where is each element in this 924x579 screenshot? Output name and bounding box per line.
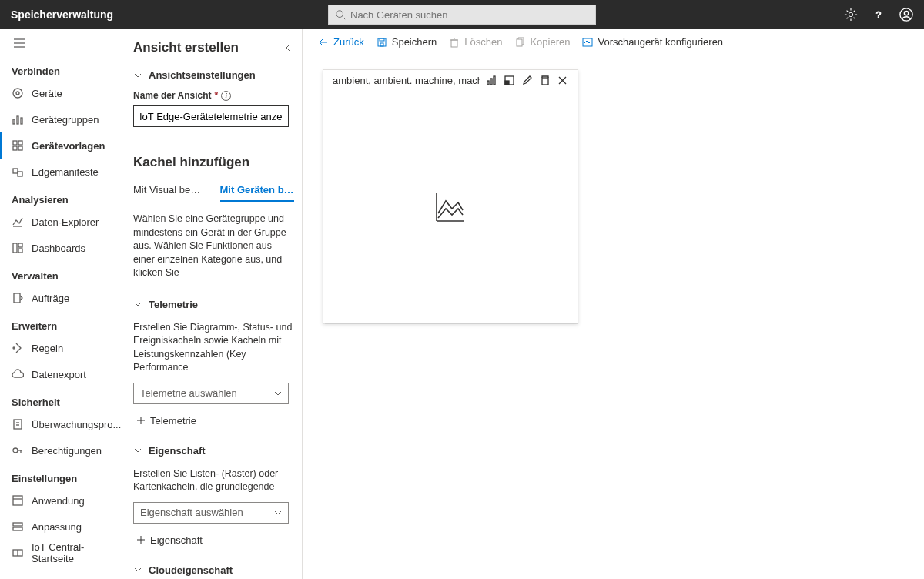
svg-point-30 (13, 448, 18, 453)
add-telemetry-label: Telemetrie (150, 415, 196, 427)
nav-rules[interactable]: Regeln (0, 335, 122, 361)
nav-explorer[interactable]: Daten-Explorer (0, 209, 122, 235)
tab-visual[interactable]: Mit Visual begin... (133, 179, 203, 202)
add-telemetry[interactable]: Telemetrie (133, 415, 294, 427)
svg-rect-15 (13, 141, 17, 145)
preview-button[interactable]: Vorschaugerät konfigurieren (582, 36, 723, 48)
home-icon (12, 547, 24, 559)
arrow-left-icon (318, 37, 329, 48)
view-name-input[interactable] (133, 105, 289, 127)
settings-icon[interactable] (844, 8, 858, 22)
svg-rect-23 (18, 243, 22, 247)
telemetry-dropdown[interactable]: Telemetrie auswählen (133, 383, 289, 404)
collapse-icon[interactable] (283, 42, 294, 53)
nav-templates[interactable]: Gerätevorlagen (0, 132, 122, 159)
section-property[interactable]: Eigenschaft (133, 445, 294, 457)
close-icon[interactable] (557, 75, 568, 86)
audit-icon (12, 418, 24, 430)
devices-help: Wählen Sie eine Gerätegruppe und mindest… (133, 213, 294, 280)
app-title: Speicherverwaltung (11, 8, 113, 21)
svg-rect-35 (13, 523, 22, 526)
delete-label: Löschen (464, 36, 502, 48)
app-icon (12, 494, 24, 507)
help-icon[interactable]: ? (872, 8, 886, 22)
chart-icon (12, 216, 24, 228)
hamburger-button[interactable] (0, 29, 122, 56)
delete-button: Löschen (449, 36, 502, 48)
svg-rect-52 (487, 81, 489, 85)
svg-point-6 (904, 12, 908, 15)
preview-icon (582, 37, 593, 48)
copy-button: Kopieren (514, 36, 570, 48)
view-name-label: Name der Ansicht (133, 90, 212, 101)
nav-iotcentral[interactable]: IoT Central-Startseite (0, 540, 122, 566)
nav-group-analysieren: Analysieren (0, 185, 122, 209)
account-icon[interactable] (899, 8, 913, 22)
svg-rect-36 (13, 527, 22, 530)
nav-customize[interactable]: Anpassung (0, 514, 122, 540)
svg-point-2 (849, 12, 852, 16)
telemetry-dropdown-label: Telemetrie auswählen (140, 387, 237, 399)
section-view-settings[interactable]: Ansichtseinstellungen (133, 69, 294, 81)
svg-rect-50 (517, 39, 522, 46)
svg-rect-25 (14, 293, 20, 303)
section-cloudproperty[interactable]: Cloudeigenschaft (133, 564, 294, 576)
back-button[interactable]: Zurück (318, 36, 364, 48)
search-box[interactable] (328, 5, 596, 25)
nav-audit[interactable]: Überwachungspro... (0, 411, 122, 437)
nav-label: Gerätevorlagen (32, 140, 105, 152)
svg-rect-12 (13, 119, 15, 124)
nav-label: Datenexport (32, 369, 86, 380)
nav-devices[interactable]: Geräte (0, 80, 122, 106)
nav-devicegroups[interactable]: Gerätegruppen (0, 106, 122, 132)
svg-rect-53 (490, 79, 492, 85)
editor-heading: Ansicht erstellen (133, 40, 239, 55)
area-chart-placeholder-icon (434, 190, 467, 224)
nav-dataexport[interactable]: Datenexport (0, 361, 122, 387)
jobs-icon (12, 292, 24, 304)
editor-panel: Ansicht erstellen Ansichtseinstellungen … (122, 29, 303, 579)
nav-permissions[interactable]: Berechtigungen (0, 437, 122, 464)
property-dropdown[interactable]: Eigenschaft auswählen (133, 502, 289, 524)
size-icon[interactable] (504, 75, 515, 86)
duplicate-icon[interactable] (539, 75, 551, 86)
svg-line-1 (343, 17, 346, 20)
search-input[interactable] (350, 9, 589, 21)
chevron-down-icon (274, 390, 282, 397)
nav-application[interactable]: Anwendung (0, 487, 122, 514)
nav-label: Dashboards (32, 243, 85, 254)
view-canvas[interactable]: ambient, ambient. machine, machi (303, 55, 924, 579)
telemetry-help: Erstellen Sie Diagramm-, Status- und Ere… (133, 321, 294, 375)
svg-rect-54 (494, 76, 495, 85)
tile-title: ambient, ambient. machine, machi (333, 75, 480, 86)
nav-label: Geräte (32, 88, 62, 99)
svg-rect-27 (14, 420, 22, 429)
svg-rect-14 (21, 118, 22, 124)
save-icon (377, 37, 387, 48)
add-tile-heading: Kachel hinzufügen (133, 155, 294, 170)
svg-text:?: ? (876, 9, 882, 19)
edit-icon[interactable] (521, 75, 533, 86)
required-indicator: * (215, 90, 219, 101)
nav-label: Berechtigungen (32, 445, 102, 457)
chart-type-icon[interactable] (486, 75, 497, 86)
export-icon (12, 368, 24, 380)
plus-icon (136, 416, 146, 425)
add-property[interactable]: Eigenschaft (133, 534, 294, 546)
nav-edgemanifests[interactable]: Edgemanifeste (0, 159, 122, 185)
chevron-down-icon (133, 300, 142, 309)
nav-label: Daten-Explorer (32, 216, 99, 228)
svg-rect-33 (13, 496, 22, 505)
info-icon[interactable]: i (221, 91, 231, 101)
preview-label: Vorschaugerät konfigurieren (598, 36, 723, 48)
save-button[interactable]: Speichern (377, 36, 437, 48)
nav-dashboards[interactable]: Dashboards (0, 235, 122, 261)
tab-devices[interactable]: Mit Geräten beg... (220, 179, 294, 202)
nav-label: Gerätegruppen (32, 114, 99, 126)
nav-label: Anpassung (32, 521, 82, 533)
device-icon (12, 87, 24, 99)
telemetry-title: Telemetrie (149, 299, 198, 310)
telemetry-tile[interactable]: ambient, ambient. machine, machi (323, 69, 578, 323)
section-telemetry[interactable]: Telemetrie (133, 299, 294, 310)
nav-jobs[interactable]: Aufträge (0, 285, 122, 311)
